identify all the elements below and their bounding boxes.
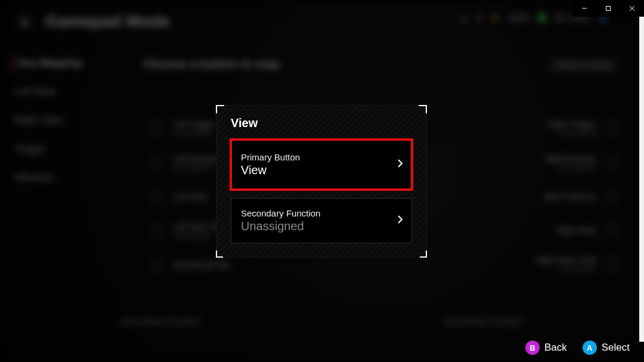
a-button-icon: A (583, 341, 597, 355)
secondary-function-option[interactable]: Secondary Function Unassigned (231, 198, 412, 243)
select-label: Select (602, 342, 630, 354)
modal-title: View (231, 116, 412, 130)
secondary-function-value: Unassigned (241, 219, 385, 233)
window-titlebar (572, 0, 644, 17)
window-maximize-button[interactable] (596, 0, 620, 17)
chevron-right-icon (397, 159, 403, 171)
secondary-function-label: Secondary Function (241, 208, 385, 218)
back-hint: B Back (525, 341, 567, 355)
footer-hints: B Back A Select (525, 341, 630, 355)
primary-button-option[interactable]: Primary Button View (231, 140, 412, 190)
b-button-icon: B (525, 341, 540, 355)
scrollbar[interactable] (639, 0, 644, 342)
window-close-button[interactable] (620, 0, 644, 17)
button-mapping-modal: View Primary Button View Secondary Funct… (216, 105, 427, 258)
back-label: Back (544, 342, 567, 354)
svg-rect-1 (606, 7, 611, 11)
primary-button-value: View (241, 163, 385, 177)
window-minimize-button[interactable] (572, 0, 596, 17)
primary-button-label: Primary Button (241, 152, 385, 162)
chevron-right-icon (397, 215, 403, 227)
select-hint: A Select (583, 341, 630, 355)
